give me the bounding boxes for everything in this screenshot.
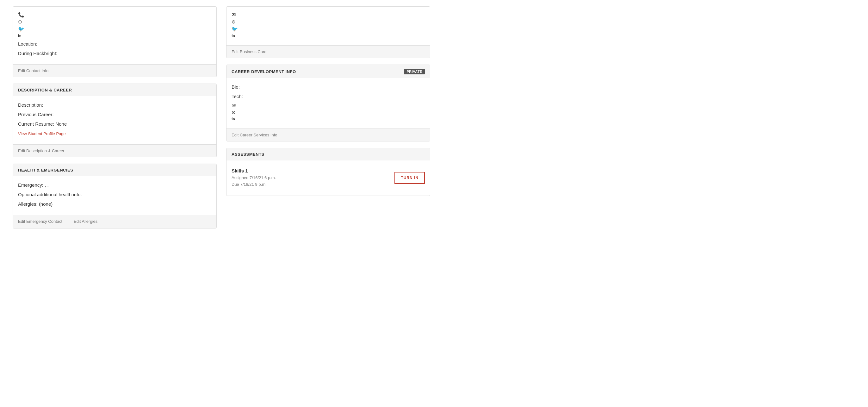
- business-card-body: ✉ ⊙ 🐦 in: [226, 7, 430, 45]
- linkedin-icon: in: [18, 33, 22, 38]
- health-emergencies-card: HEALTH & EMERGENCIES Emergency: , , Opti…: [13, 164, 217, 229]
- assessment-info: Skills 1 Assigned 7/16/21 6 p.m. Due 7/1…: [231, 168, 276, 188]
- business-card-footer: Edit Business Card: [226, 45, 430, 58]
- career-development-header: CAREER DEVELOPMENT INFO PRIVATE: [226, 65, 430, 78]
- left-column: 📞 ⊙ 🐦 in Location: During Hackbright:: [13, 6, 217, 229]
- view-student-profile-link[interactable]: View Student Profile Page: [18, 132, 66, 136]
- health-info-label: Optional additional health info:: [18, 191, 211, 198]
- bc-linkedin-icon-row: in: [231, 33, 425, 38]
- cd-github-icon: ⊙: [231, 110, 236, 115]
- health-emergencies-footer: Edit Emergency Contact | Edit Allergies: [13, 215, 216, 228]
- description-career-card: DESCRIPTION & CAREER Description: Previo…: [13, 84, 217, 157]
- health-emergencies-title: HEALTH & EMERGENCIES: [18, 168, 73, 173]
- cd-linkedin-icon: in: [231, 116, 235, 121]
- github-icon-row: ⊙: [18, 19, 211, 25]
- health-emergencies-header: HEALTH & EMERGENCIES: [13, 164, 216, 176]
- bio-label: Bio:: [231, 83, 425, 91]
- assessments-title: ASSESSMENTS: [231, 152, 265, 157]
- edit-description-career-link[interactable]: Edit Description & Career: [18, 148, 65, 153]
- previous-career-label: Previous Career:: [18, 111, 211, 118]
- during-hackbright-label: During Hackbright:: [18, 50, 211, 57]
- cd-github-icon-row: ⊙: [231, 110, 425, 115]
- bc-email-icon-row: ✉: [231, 12, 425, 18]
- bc-twitter-icon: 🐦: [231, 26, 238, 32]
- assessment-due: Due 7/18/21 9 p.m.: [231, 181, 276, 188]
- location-label: Location:: [18, 40, 211, 48]
- description-career-footer: Edit Description & Career: [13, 144, 216, 157]
- bc-github-icon: ⊙: [231, 19, 236, 25]
- phone-icon-row: 📞: [18, 12, 211, 18]
- edit-contact-info-link[interactable]: Edit Contact Info: [18, 68, 49, 73]
- contact-info-body: 📞 ⊙ 🐦 in Location: During Hackbright:: [13, 7, 216, 64]
- business-card-icons: ✉ ⊙ 🐦 in: [231, 12, 425, 38]
- twitter-icon-row: 🐦: [18, 26, 211, 32]
- tech-label: Tech:: [231, 93, 425, 100]
- edit-career-services-link[interactable]: Edit Career Services Info: [231, 133, 277, 137]
- current-resume-value: None: [55, 121, 67, 126]
- assessments-body: Skills 1 Assigned 7/16/21 6 p.m. Due 7/1…: [226, 161, 430, 196]
- edit-allergies-link[interactable]: Edit Allergies: [74, 219, 97, 224]
- bc-email-icon: ✉: [231, 12, 236, 18]
- assessment-name: Skills 1: [231, 168, 276, 173]
- career-dev-icons: ✉ ⊙ in: [231, 102, 425, 121]
- allergies-value: (none): [39, 201, 53, 207]
- linkedin-icon-row: in: [18, 33, 211, 38]
- twitter-icon: 🐦: [18, 26, 24, 32]
- edit-emergency-contact-link[interactable]: Edit Emergency Contact: [18, 219, 62, 224]
- career-development-body: Bio: Tech: ✉ ⊙ in: [226, 78, 430, 128]
- cd-email-icon-row: ✉: [231, 102, 425, 108]
- description-career-title: DESCRIPTION & CAREER: [18, 88, 72, 92]
- health-emergencies-body: Emergency: , , Optional additional healt…: [13, 176, 216, 215]
- edit-business-card-link[interactable]: Edit Business Card: [231, 49, 267, 54]
- current-resume-label: Current Resume: None: [18, 120, 211, 128]
- turn-in-button[interactable]: TURN IN: [395, 172, 425, 184]
- assessments-card: ASSESSMENTS Skills 1 Assigned 7/16/21 6 …: [226, 148, 430, 196]
- description-label: Description:: [18, 101, 211, 109]
- assessment-assigned: Assigned 7/16/21 6 p.m.: [231, 175, 276, 181]
- career-development-footer: Edit Career Services Info: [226, 128, 430, 141]
- career-development-card: CAREER DEVELOPMENT INFO PRIVATE Bio: Tec…: [226, 64, 430, 142]
- right-column: ✉ ⊙ 🐦 in Edit Business Card: [226, 6, 430, 229]
- career-development-title: CAREER DEVELOPMENT INFO: [231, 69, 296, 74]
- bc-github-icon-row: ⊙: [231, 19, 425, 25]
- phone-icon: 📞: [18, 12, 24, 18]
- description-career-body: Description: Previous Career: Current Re…: [13, 96, 216, 144]
- footer-divider: |: [67, 219, 69, 224]
- cd-email-icon: ✉: [231, 102, 236, 108]
- assessments-header: ASSESSMENTS: [226, 148, 430, 161]
- contact-info-card: 📞 ⊙ 🐦 in Location: During Hackbright:: [13, 6, 217, 77]
- cd-linkedin-icon-row: in: [231, 116, 425, 121]
- contact-icons: 📞 ⊙ 🐦 in: [18, 12, 211, 38]
- bc-twitter-icon-row: 🐦: [231, 26, 425, 32]
- description-career-header: DESCRIPTION & CAREER: [13, 84, 216, 96]
- contact-info-footer: Edit Contact Info: [13, 64, 216, 77]
- private-badge: PRIVATE: [404, 69, 425, 75]
- assessment-item: Skills 1 Assigned 7/16/21 6 p.m. Due 7/1…: [231, 166, 425, 191]
- bc-linkedin-icon: in: [231, 33, 235, 38]
- emergency-label: Emergency: , ,: [18, 181, 211, 189]
- github-icon: ⊙: [18, 19, 22, 25]
- business-card-card: ✉ ⊙ 🐦 in Edit Business Card: [226, 6, 430, 58]
- allergies-row: Allergies: (none): [18, 200, 211, 208]
